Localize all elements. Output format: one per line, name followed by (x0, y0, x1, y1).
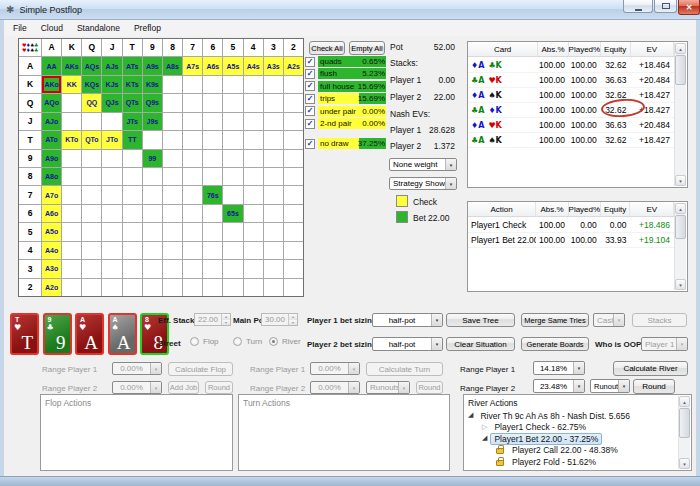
matrix-cell[interactable] (244, 113, 263, 130)
matrix-cell-AJs[interactable]: AJs (102, 57, 121, 74)
matrix-cell[interactable] (284, 279, 303, 296)
matrix-cell[interactable] (284, 186, 303, 203)
matrix-cell[interactable] (62, 279, 81, 296)
matrix-cell[interactable] (183, 113, 202, 130)
matrix-cell[interactable] (203, 168, 222, 185)
matrix-cell-A7o[interactable]: A7o (42, 186, 61, 203)
matrix-cell[interactable] (62, 150, 81, 167)
scroll-down-icon[interactable]: ▾ (679, 458, 690, 469)
matrix-cell[interactable] (123, 279, 142, 296)
weight-select[interactable]: None weight ▾ (389, 158, 457, 171)
scroll-up-icon[interactable]: ▴ (675, 203, 686, 214)
title-bar[interactable]: ✱ Simple Postflop (0, 0, 700, 20)
matrix-cell[interactable] (223, 113, 242, 130)
matrix-cell[interactable] (62, 168, 81, 185)
matrix-cell[interactable] (264, 131, 283, 148)
filter-checkbox[interactable]: ✓ (305, 139, 315, 149)
matrix-cell[interactable] (183, 279, 202, 296)
save-tree-button[interactable]: Save Tree (446, 313, 515, 327)
turn-round-button[interactable]: Round (416, 381, 443, 394)
matrix-cell-AKs[interactable]: AKs (62, 57, 81, 74)
matrix-cell-A9o[interactable]: A9o (42, 150, 61, 167)
matrix-cell[interactable] (244, 168, 263, 185)
scroll-thumb[interactable] (679, 408, 690, 438)
matrix-cell[interactable] (123, 260, 142, 277)
matrix-cell-A2o[interactable]: A2o (42, 279, 61, 296)
dropdown-arrow-icon[interactable]: ▾ (618, 380, 629, 392)
matrix-cell[interactable] (163, 94, 182, 111)
matrix-cell-AQs[interactable]: AQs (82, 57, 101, 74)
street-radio-turn[interactable]: Turn (233, 337, 262, 346)
matrix-cell-KTs[interactable]: KTs (123, 76, 142, 93)
matrix-cell-A3s[interactable]: A3s (264, 57, 283, 74)
matrix-cell[interactable] (163, 150, 182, 167)
expander-closed-icon[interactable]: ▷ (482, 424, 487, 431)
board-card-Th[interactable]: T♥T (10, 313, 39, 355)
matrix-cell[interactable] (223, 131, 242, 148)
matrix-cell[interactable] (223, 260, 242, 277)
stacks-button[interactable]: Stacks (632, 313, 687, 327)
matrix-cell[interactable] (82, 186, 101, 203)
matrix-cell[interactable] (223, 223, 242, 240)
matrix-cell[interactable] (183, 186, 202, 203)
dropdown-arrow-icon[interactable]: ▾ (445, 178, 456, 189)
tree-item[interactable]: ◢River Th 9c Ah As 8h - Nash Dist. 5.656 (468, 410, 634, 421)
turn-range1-select[interactable]: 0.00% ▾ (310, 362, 360, 375)
river-tree-scrollbar[interactable]: ▴▾ (678, 396, 690, 469)
matrix-cell[interactable] (264, 94, 283, 111)
matrix-cell-A5s[interactable]: A5s (223, 57, 242, 74)
matrix-cell[interactable] (82, 205, 101, 222)
matrix-cell[interactable] (284, 150, 303, 167)
matrix-cell-A6s[interactable]: A6s (203, 57, 222, 74)
matrix-cell[interactable] (244, 76, 263, 93)
matrix-cell[interactable] (163, 223, 182, 240)
matrix-cell[interactable] (62, 186, 81, 203)
matrix-cell[interactable] (102, 223, 121, 240)
calculate-turn-button[interactable]: Calculate Turn (366, 362, 443, 376)
matrix-cell[interactable] (123, 223, 142, 240)
matrix-cell[interactable] (62, 260, 81, 277)
combo-row[interactable]: ♦A♠K100.00100.0032.62+18.427 (468, 88, 674, 103)
matrix-cell-65s[interactable]: 65s (223, 205, 242, 222)
matrix-cell[interactable] (163, 186, 182, 203)
street-radio-flop[interactable]: Flop (190, 337, 219, 346)
matrix-cell[interactable] (62, 242, 81, 259)
oop-select[interactable]: Player 1 ▾ (641, 337, 688, 351)
p1-sizing-select[interactable]: half-pot ▾ (372, 313, 443, 327)
matrix-cell[interactable] (62, 205, 81, 222)
matrix-cell-A3o[interactable]: A3o (42, 260, 61, 277)
matrix-cell[interactable] (183, 150, 202, 167)
matrix-cell[interactable] (203, 113, 222, 130)
matrix-cell[interactable] (284, 205, 303, 222)
close-button[interactable]: ✕ (678, 0, 700, 15)
matrix-cell[interactable] (244, 94, 263, 111)
matrix-cell[interactable] (143, 131, 162, 148)
matrix-cell[interactable] (203, 279, 222, 296)
matrix-cell[interactable] (264, 242, 283, 259)
matrix-cell-A6o[interactable]: A6o (42, 205, 61, 222)
matrix-cell[interactable] (82, 279, 101, 296)
matrix-cell[interactable] (183, 131, 202, 148)
street-radio-river[interactable]: River (269, 337, 301, 346)
spin-down-icon[interactable]: ▾ (222, 320, 230, 326)
matrix-cell[interactable] (264, 168, 283, 185)
matrix-cell[interactable] (102, 168, 121, 185)
calculate-river-button[interactable]: Calculate River (613, 361, 688, 376)
river-range2-select[interactable]: 23.48% ▾ (533, 379, 585, 393)
merge-same-tries-button[interactable]: Merge Same Tries (521, 313, 589, 327)
flop-range2-select[interactable]: 0.00% ▾ (112, 381, 162, 394)
matrix-cell-JTs[interactable]: JTs (123, 113, 142, 130)
flop-round-button[interactable]: Round (205, 381, 233, 394)
menu-item-file[interactable]: File (6, 21, 34, 35)
matrix-cell[interactable] (163, 242, 182, 259)
matrix-cell[interactable] (123, 242, 142, 259)
matrix-cell[interactable] (62, 223, 81, 240)
matrix-cell[interactable] (183, 76, 202, 93)
matrix-cell-Q9s[interactable]: Q9s (143, 94, 162, 111)
matrix-cell[interactable] (183, 242, 202, 259)
matrix-cell[interactable] (102, 186, 121, 203)
matrix-cell-A8s[interactable]: A8s (163, 57, 182, 74)
tree-item[interactable]: ◢Player1 Bet 22.00 - 37.25% (482, 433, 602, 444)
matrix-cell[interactable] (163, 279, 182, 296)
matrix-cell[interactable] (264, 150, 283, 167)
